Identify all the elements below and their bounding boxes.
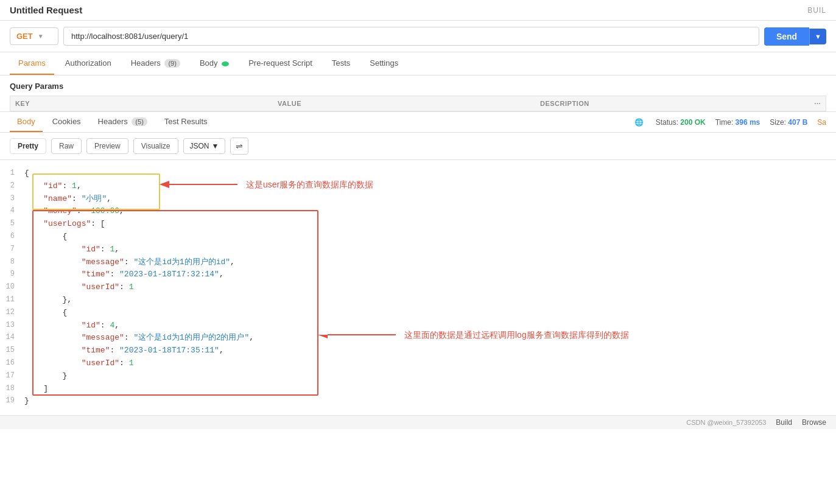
tab-body[interactable]: Body — [191, 52, 237, 75]
method-value: GET — [16, 32, 33, 41]
code-line: 7 "id": 1, — [0, 243, 836, 256]
status-value: 200 OK — [680, 118, 705, 127]
top-bar: Untitled Request BUIL — [0, 0, 836, 21]
code-line: 14 "message": "这个是id为1的用户的2的用户", — [0, 332, 836, 345]
resp-tab-cookies[interactable]: Cookies — [45, 112, 88, 132]
tab-tests[interactable]: Tests — [323, 52, 359, 75]
save-response-button[interactable]: Sa — [817, 118, 826, 127]
tab-authorization[interactable]: Authorization — [57, 52, 120, 75]
time-text: Time: 396 ms — [715, 118, 760, 127]
format-preview-btn[interactable]: Preview — [86, 138, 128, 154]
col-value: VALUE — [278, 100, 540, 107]
resp-tab-test-results[interactable]: Test Results — [157, 112, 215, 132]
send-btn-group: Send ▼ — [764, 27, 826, 46]
send-arrow-button[interactable]: ▼ — [809, 29, 826, 44]
wrap-btn[interactable]: ⇌ — [230, 138, 248, 155]
response-tabs-row: Body Cookies Headers (5) Test Results 🌐 … — [0, 112, 836, 133]
code-line: 18 ] — [0, 383, 836, 396]
tab-pre-request[interactable]: Pre-request Script — [240, 52, 321, 75]
build-btn[interactable]: Build — [776, 418, 792, 427]
query-params-title: Query Params — [10, 82, 826, 91]
code-line: 11 }, — [0, 294, 836, 307]
format-type-select[interactable]: JSON ▼ — [183, 138, 226, 154]
col-dots: ··· — [803, 100, 821, 107]
col-desc: DESCRIPTION — [540, 100, 803, 107]
format-type-chevron: ▼ — [212, 142, 219, 150]
code-line: 17 } — [0, 370, 836, 383]
send-button[interactable]: Send — [764, 27, 809, 46]
code-line: 4 "money": -100.00, — [0, 205, 836, 218]
query-params-section: Query Params KEY VALUE DESCRIPTION ··· — [0, 75, 836, 111]
code-line: 15 "time": "2023-01-18T17:35:11", — [0, 345, 836, 357]
response-meta: 🌐 Status: 200 OK Time: 396 ms Size: 407 … — [634, 118, 826, 127]
code-line: 2 "id": 1, — [0, 180, 836, 193]
url-bar: GET ▼ Send ▼ — [0, 21, 836, 52]
browse-btn[interactable]: Browse — [802, 418, 826, 427]
code-line: 9 "time": "2023-01-18T17:32:14", — [0, 268, 836, 281]
request-tabs: Params Authorization Headers (9) Body Pr… — [0, 52, 836, 75]
code-area: 这是user服务的查询数据库的数据 这里面的数据是通过远程调用log服务查询数据… — [0, 160, 836, 415]
code-line: 8 "message": "这个是id为1的用户的id", — [0, 256, 836, 269]
build-label: BUIL — [807, 6, 826, 15]
tab-settings[interactable]: Settings — [361, 52, 407, 75]
code-line: 5 "userLogs": [ — [0, 218, 836, 231]
resp-tab-body[interactable]: Body — [10, 112, 43, 132]
body-format-bar: Pretty Raw Preview Visualize JSON ▼ ⇌ — [0, 133, 836, 160]
code-line: 1 { — [0, 167, 836, 180]
globe-icon: 🌐 — [634, 118, 644, 127]
size-text: Size: 407 B — [770, 118, 807, 127]
tab-params[interactable]: Params — [10, 52, 54, 75]
resp-tab-headers[interactable]: Headers (5) — [91, 112, 155, 132]
code-line: 12 { — [0, 307, 836, 320]
format-pretty-btn[interactable]: Pretty — [10, 138, 46, 154]
chevron-down-icon: ▼ — [38, 33, 44, 40]
code-line: 3 "name": "小明", — [0, 193, 836, 206]
format-type-label: JSON — [190, 142, 209, 150]
format-visualize-btn[interactable]: Visualize — [133, 138, 178, 154]
col-key: KEY — [15, 100, 278, 107]
params-table-header: KEY VALUE DESCRIPTION ··· — [10, 96, 826, 111]
method-select[interactable]: GET ▼ — [10, 27, 58, 45]
resp-headers-badge: (5) — [132, 117, 147, 126]
request-title: Untitled Request — [10, 5, 82, 15]
status-text: Status: 200 OK — [656, 118, 706, 127]
watermark: CSDN @weixin_57392053 — [686, 419, 766, 426]
code-line: 10 "userId": 1 — [0, 281, 836, 294]
code-line: 16 "userId": 1 — [0, 357, 836, 370]
time-value: 396 ms — [736, 118, 760, 127]
code-line: 13 "id": 4, — [0, 320, 836, 332]
response-section: Body Cookies Headers (5) Test Results 🌐 … — [0, 111, 836, 415]
response-tabs: Body Cookies Headers (5) Test Results — [10, 112, 215, 132]
url-input[interactable] — [63, 27, 759, 46]
code-line: 19 } — [0, 395, 836, 408]
code-line: 6 { — [0, 231, 836, 243]
bottom-bar: CSDN @weixin_57392053 Build Browse — [0, 415, 836, 429]
size-value: 407 B — [788, 118, 807, 127]
format-raw-btn[interactable]: Raw — [51, 138, 82, 154]
headers-badge: (9) — [164, 59, 180, 68]
tab-headers[interactable]: Headers (9) — [122, 52, 189, 75]
body-dot — [222, 61, 229, 66]
